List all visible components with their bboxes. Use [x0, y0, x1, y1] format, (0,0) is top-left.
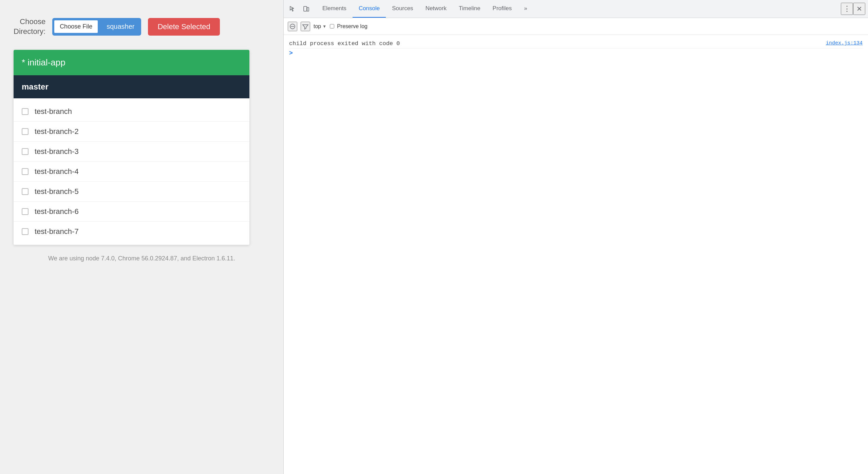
- branch-checkbox[interactable]: [22, 228, 29, 235]
- branch-list-item[interactable]: test-branch-2: [14, 122, 249, 142]
- branch-checkbox[interactable]: [22, 208, 29, 215]
- devtools-tab-profiles[interactable]: Profiles: [487, 0, 518, 18]
- branch-name: test-branch: [35, 107, 72, 116]
- console-level-select[interactable]: top ▼: [314, 23, 326, 29]
- console-log-text: child process exited with code 0: [289, 40, 400, 47]
- devtools-tab-network[interactable]: Network: [419, 0, 453, 18]
- active-branch-header: master: [14, 75, 249, 98]
- choose-file-button[interactable]: Choose File squasher: [52, 18, 141, 36]
- devtools-tabs: ElementsConsoleSourcesNetworkTimelinePro…: [316, 0, 841, 18]
- console-filter-button[interactable]: [301, 22, 310, 31]
- branch-name: test-branch-5: [35, 187, 79, 196]
- delete-selected-button[interactable]: Delete Selected: [148, 18, 220, 36]
- branch-checkbox[interactable]: [22, 108, 29, 115]
- branch-list-item[interactable]: test-branch-6: [14, 202, 249, 222]
- chosen-file-name: squasher: [100, 23, 141, 31]
- devtools-icon-buttons: [286, 3, 312, 15]
- branch-checkbox[interactable]: [22, 128, 29, 135]
- branch-name: test-branch-4: [35, 167, 79, 176]
- console-log-entry: child process exited with code 0 index.j…: [289, 39, 863, 48]
- svg-rect-0: [304, 6, 307, 11]
- console-content: child process exited with code 0 index.j…: [284, 35, 868, 474]
- devtools-tab-sources[interactable]: Sources: [386, 0, 419, 18]
- preserve-log-label[interactable]: Preserve log: [330, 23, 367, 29]
- branch-list: test-branchtest-branch-2test-branch-3tes…: [14, 98, 249, 245]
- app-card: * initial-app master test-branchtest-bra…: [14, 50, 249, 245]
- branch-name: test-branch-3: [35, 147, 79, 156]
- preserve-log-checkbox[interactable]: [330, 24, 334, 28]
- devtools-tab-elements[interactable]: Elements: [316, 0, 353, 18]
- branch-list-item[interactable]: test-branch: [14, 102, 249, 122]
- console-clear-button[interactable]: [288, 22, 297, 31]
- preserve-log-text: Preserve log: [337, 23, 367, 29]
- svg-rect-1: [307, 7, 309, 11]
- console-toolbar: top ▼ Preserve log: [284, 18, 868, 35]
- branch-name: test-branch-6: [35, 207, 79, 216]
- choose-file-inner-label: Choose File: [54, 20, 98, 34]
- inspect-element-icon[interactable]: [286, 3, 299, 15]
- branch-list-item[interactable]: test-branch-5: [14, 182, 249, 202]
- console-level-value: top: [314, 23, 321, 29]
- console-prompt-char: >: [289, 50, 293, 57]
- console-log-source[interactable]: index.js:134: [826, 40, 863, 46]
- branch-name: test-branch-7: [35, 227, 79, 236]
- device-toolbar-icon[interactable]: [300, 3, 312, 15]
- devtools-tab-timeline[interactable]: Timeline: [453, 0, 487, 18]
- branch-list-item[interactable]: test-branch-7: [14, 222, 249, 241]
- branch-list-item[interactable]: test-branch-4: [14, 162, 249, 182]
- more-options-button[interactable]: ⋮: [841, 3, 853, 15]
- devtools-tabs-more[interactable]: »: [518, 0, 533, 18]
- branch-checkbox[interactable]: [22, 188, 29, 195]
- console-prompt[interactable]: >: [289, 48, 863, 58]
- branch-checkbox[interactable]: [22, 168, 29, 175]
- devtools-tab-console[interactable]: Console: [353, 0, 386, 18]
- devtools-toolbar: ElementsConsoleSourcesNetworkTimelinePro…: [284, 0, 868, 18]
- main-app-panel: Choose Directory: Choose File squasher D…: [0, 0, 283, 474]
- close-devtools-button[interactable]: ✕: [853, 3, 865, 15]
- devtools-panel: ElementsConsoleSourcesNetworkTimelinePro…: [283, 0, 868, 474]
- choose-directory-row: Choose Directory: Choose File squasher D…: [14, 17, 270, 36]
- branch-checkbox[interactable]: [22, 148, 29, 155]
- choose-directory-label: Choose Directory:: [14, 17, 45, 36]
- footer-text: We are using node 7.4.0, Chrome 56.0.292…: [14, 255, 270, 262]
- branch-list-item[interactable]: test-branch-3: [14, 142, 249, 162]
- app-name-header: * initial-app: [14, 50, 249, 75]
- console-level-arrow-icon: ▼: [322, 24, 326, 29]
- branch-name: test-branch-2: [35, 127, 79, 136]
